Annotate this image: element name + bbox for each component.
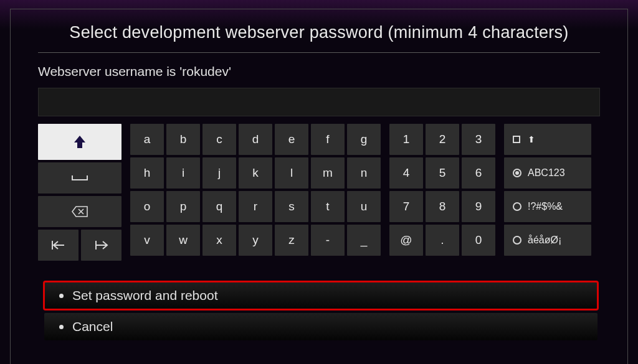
mode-abc123-key[interactable]: ABC123	[504, 157, 591, 189]
cancel-button[interactable]: Cancel	[44, 313, 598, 340]
backspace-key[interactable]	[38, 196, 121, 227]
mode-symbols-key[interactable]: !?#$%&	[504, 191, 591, 222]
set-password-label: Set password and reboot	[72, 288, 217, 303]
key-c[interactable]: c	[202, 124, 236, 155]
key-k[interactable]: k	[239, 157, 272, 189]
key-q[interactable]: q	[202, 191, 236, 222]
key-dash[interactable]: -	[311, 225, 345, 256]
radio-unselected-icon	[512, 236, 523, 245]
mode-abc123-label: ABC123	[528, 167, 565, 179]
space-key[interactable]	[38, 162, 121, 194]
bullet-icon	[59, 325, 64, 329]
username-note: Webserver username is 'rokudev'	[38, 64, 600, 79]
key-g[interactable]: g	[347, 124, 381, 155]
keyboard-number-grid: 123456789@.0	[389, 124, 495, 261]
key-4[interactable]: 4	[389, 157, 423, 189]
key-h[interactable]: h	[130, 157, 164, 189]
mode-intl-label: åéåøØ¡	[528, 235, 561, 246]
key-3[interactable]: 3	[462, 124, 495, 155]
keyboard: abcdefghijklmnopqrstuvwxyz-_ 123456789@.…	[38, 124, 600, 261]
key-r[interactable]: r	[239, 191, 272, 222]
key-0[interactable]: 0	[462, 225, 495, 256]
password-input[interactable]	[38, 88, 600, 116]
radio-unselected-icon	[512, 202, 523, 211]
radio-selected-icon	[512, 169, 523, 177]
key-y[interactable]: y	[239, 225, 272, 256]
key-t[interactable]: t	[311, 191, 345, 222]
key-v[interactable]: v	[130, 225, 164, 256]
mode-intl-key[interactable]: åéåøØ¡	[504, 225, 591, 256]
key-i[interactable]: i	[166, 157, 200, 189]
key-p[interactable]: p	[166, 191, 200, 222]
key-f[interactable]: f	[311, 124, 345, 155]
key-e[interactable]: e	[275, 124, 308, 155]
cancel-label: Cancel	[72, 319, 113, 334]
key-a[interactable]: a	[130, 124, 164, 155]
key-l[interactable]: l	[275, 157, 308, 189]
tab-left-key[interactable]	[38, 230, 79, 261]
key-s[interactable]: s	[275, 191, 308, 222]
mode-symbols-label: !?#$%&	[528, 201, 563, 212]
key-z[interactable]: z	[275, 225, 308, 256]
key-5[interactable]: 5	[426, 157, 459, 189]
shift-key[interactable]	[38, 124, 121, 160]
tab-right-key[interactable]	[81, 230, 121, 261]
key-period[interactable]: .	[426, 225, 459, 256]
key-j[interactable]: j	[202, 157, 236, 189]
title-divider	[38, 52, 600, 53]
keyboard-function-column	[38, 124, 121, 261]
dialog-frame: Select development webserver password (m…	[10, 9, 628, 364]
key-x[interactable]: x	[202, 225, 236, 256]
key-o[interactable]: o	[130, 191, 164, 222]
keyboard-letter-grid: abcdefghijklmnopqrstuvwxyz-_	[130, 124, 381, 261]
key-w[interactable]: w	[166, 225, 200, 256]
key-6[interactable]: 6	[462, 157, 495, 189]
key-7[interactable]: 7	[389, 191, 423, 222]
bullet-icon	[59, 294, 64, 298]
key-b[interactable]: b	[166, 124, 200, 155]
backspace-icon	[72, 206, 88, 217]
page-title: Select development webserver password (m…	[38, 22, 600, 44]
key-8[interactable]: 8	[426, 191, 459, 222]
tab-right-icon	[95, 240, 108, 250]
key-m[interactable]: m	[311, 157, 345, 189]
space-icon	[72, 175, 88, 181]
key-9[interactable]: 9	[462, 191, 495, 222]
key-u[interactable]: u	[347, 191, 381, 222]
square-icon	[512, 136, 523, 143]
key-n[interactable]: n	[347, 157, 381, 189]
key-at[interactable]: @	[389, 225, 423, 256]
tab-left-icon	[52, 240, 65, 250]
keyboard-mode-column: ⬆ ABC123 !?#$%& åéåøØ¡	[504, 124, 591, 261]
key-2[interactable]: 2	[426, 124, 459, 155]
action-list: Set password and reboot Cancel	[38, 282, 600, 340]
up-arrow-icon: ⬆	[528, 134, 535, 144]
set-password-reboot-button[interactable]: Set password and reboot	[44, 282, 598, 309]
key-1[interactable]: 1	[389, 124, 423, 155]
shift-icon	[74, 136, 85, 148]
mode-caps-key[interactable]: ⬆	[504, 124, 591, 155]
key-d[interactable]: d	[239, 124, 272, 155]
key-underscore[interactable]: _	[347, 225, 381, 256]
